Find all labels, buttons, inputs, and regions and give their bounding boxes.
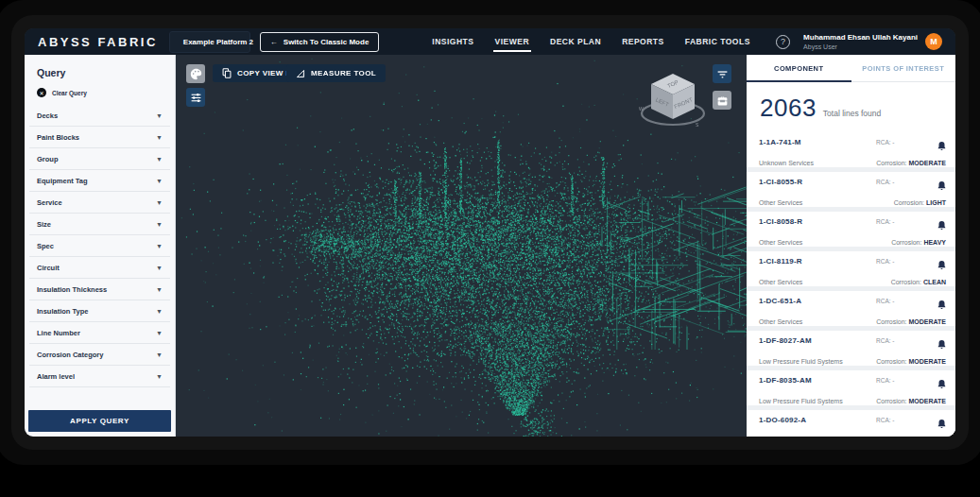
filter-insulation-thickness[interactable]: Insulation Thickness▼ bbox=[29, 279, 170, 300]
query-sidebar: Query ✕ Clear Query Decks▼Paint Blocks▼G… bbox=[25, 55, 176, 437]
component-id: 1-CI-8055-R bbox=[759, 178, 876, 186]
desktop-background: ABYSS FABRIC Example Platform 2 ← Switch… bbox=[0, 0, 980, 497]
filter-insulation-type[interactable]: Insulation Type▼ bbox=[29, 300, 170, 322]
component-rca: RCA: - bbox=[876, 336, 935, 344]
component-list-item[interactable]: 1-CI-8119-R RCA: - Other Services Corros… bbox=[747, 251, 955, 286]
filter-decks[interactable]: Decks▼ bbox=[29, 105, 170, 127]
clear-icon: ✕ bbox=[37, 88, 46, 97]
filter-label: Spec bbox=[37, 242, 54, 250]
filter-alarm-level[interactable]: Alarm level▼ bbox=[29, 366, 170, 387]
filter-label: Size bbox=[37, 220, 51, 229]
alarm-bell-icon bbox=[935, 217, 946, 234]
component-id: 1-DC-651-A bbox=[759, 297, 876, 305]
alarm-bell-icon bbox=[935, 416, 946, 433]
component-list-item[interactable]: 1-DF-8035-AM RCA: - Low Pressure Fluid S… bbox=[747, 370, 955, 405]
ring-label-south: S bbox=[696, 122, 699, 128]
clear-query-button[interactable]: ✕ Clear Query bbox=[25, 78, 175, 105]
filter-spec[interactable]: Spec▼ bbox=[29, 235, 170, 257]
toolbox-button[interactable] bbox=[713, 91, 731, 110]
nav-reports[interactable]: REPORTS bbox=[622, 28, 664, 55]
filter-label: Corrosion Category bbox=[37, 351, 103, 359]
total-lines-count: 2063 bbox=[760, 94, 817, 123]
filter-label: Insulation Type bbox=[37, 307, 88, 316]
chevron-down-icon: ▼ bbox=[156, 243, 163, 249]
platform-selector[interactable]: Example Platform 2 bbox=[169, 31, 250, 53]
tab-component[interactable]: COMPONENT bbox=[747, 55, 851, 81]
filter-service[interactable]: Service▼ bbox=[29, 192, 170, 214]
tab-points-of-interest[interactable]: POINTS OF INTEREST bbox=[851, 55, 956, 81]
nav-insights[interactable]: INSIGHTS bbox=[432, 28, 473, 55]
chevron-down-icon: ▼ bbox=[156, 221, 163, 228]
color-palette-button[interactable] bbox=[186, 64, 205, 83]
component-corrosion: Corrosion: MODERATE bbox=[876, 160, 946, 166]
component-corrosion: Corrosion: MODERATE bbox=[876, 318, 946, 325]
query-filter-list: Decks▼Paint Blocks▼Group▼Equipment Tag▼S… bbox=[25, 105, 175, 387]
panel-tabs: COMPONENTPOINTS OF INTEREST bbox=[747, 55, 955, 82]
component-corrosion: Corrosion: HEAVY bbox=[891, 239, 946, 246]
nav-fabric-tools[interactable]: FABRIC TOOLS bbox=[685, 28, 750, 55]
component-list: 1-1A-741-M RCA: - Unknown Services Corro… bbox=[747, 132, 955, 437]
nav-viewer[interactable]: VIEWER bbox=[495, 28, 530, 55]
alarm-bell-icon bbox=[935, 257, 946, 274]
component-list-item[interactable]: 1-DF-8027-AM RCA: - Low Pressure Fluid S… bbox=[747, 331, 955, 366]
alarm-bell-icon bbox=[935, 297, 946, 314]
help-icon[interactable]: ? bbox=[776, 35, 790, 49]
filter-label: Equipment Tag bbox=[37, 177, 88, 185]
chevron-down-icon: ▼ bbox=[156, 351, 163, 358]
total-lines-caption: Total lines found bbox=[823, 109, 881, 118]
filter-label: Alarm level bbox=[37, 372, 75, 381]
filter-corrosion-category[interactable]: Corrosion Category▼ bbox=[29, 344, 170, 366]
component-list-item[interactable]: 1-CI-8058-R RCA: - Other Services Corros… bbox=[747, 212, 955, 247]
apply-query-button[interactable]: APPLY QUERY bbox=[28, 410, 171, 432]
component-list-item[interactable]: 1-1A-741-M RCA: - Unknown Services Corro… bbox=[747, 132, 955, 167]
component-rca: RCA: - bbox=[876, 178, 935, 185]
filter-equipment-tag[interactable]: Equipment Tag▼ bbox=[29, 170, 170, 192]
filter-circuit[interactable]: Circuit▼ bbox=[29, 257, 170, 279]
component-rca: RCA: - bbox=[876, 416, 935, 423]
avatar[interactable]: M bbox=[925, 33, 942, 50]
switch-classic-mode-button[interactable]: ← Switch To Classic Mode bbox=[260, 32, 380, 52]
filter-group[interactable]: Group▼ bbox=[29, 148, 170, 170]
tune-sliders-icon bbox=[190, 92, 202, 104]
component-list-item[interactable]: 1-DO-6092-A RCA: - Other Services Corros… bbox=[747, 410, 955, 437]
component-service: Other Services bbox=[759, 239, 891, 246]
component-id: 1-1A-741-M bbox=[759, 138, 876, 146]
filter-line-number[interactable]: Line Number▼ bbox=[29, 322, 170, 344]
measure-tool-label: MEASURE TOOL bbox=[311, 69, 376, 77]
chevron-down-icon: ▼ bbox=[156, 373, 163, 380]
alarm-bell-icon bbox=[935, 138, 946, 155]
component-list-item[interactable]: 1-DC-651-A RCA: - Other Services Corrosi… bbox=[747, 291, 955, 326]
navigation-cube[interactable]: W S TOP LEFT FRONT bbox=[637, 66, 709, 134]
query-panel-title: Query bbox=[25, 55, 175, 78]
filter-button[interactable] bbox=[713, 64, 731, 83]
component-rca: RCA: - bbox=[876, 138, 935, 146]
switch-classic-mode-label: Switch To Classic Mode bbox=[284, 38, 370, 46]
filter-paint-blocks[interactable]: Paint Blocks▼ bbox=[29, 127, 170, 148]
copy-icon bbox=[222, 68, 232, 78]
filter-size[interactable]: Size▼ bbox=[29, 214, 170, 235]
measure-tool-button[interactable]: MEASURE TOOL bbox=[286, 64, 386, 82]
back-arrow-icon: ← bbox=[270, 38, 278, 46]
palette-icon bbox=[190, 68, 202, 80]
alarm-bell-icon bbox=[935, 336, 946, 353]
filter-list-icon bbox=[716, 68, 729, 80]
component-service: Low Pressure Fluid Systems bbox=[759, 358, 876, 365]
component-id: 1-DO-6092-A bbox=[759, 416, 876, 424]
component-rca: RCA: - bbox=[876, 257, 935, 265]
app-window: ABYSS FABRIC Example Platform 2 ← Switch… bbox=[25, 28, 955, 437]
nav-deck-plan[interactable]: DECK PLAN bbox=[550, 28, 601, 55]
component-id: 1-CI-8058-R bbox=[759, 217, 876, 226]
user-info: Muhammad Ehsan Ullah Kayani Abyss User bbox=[803, 33, 918, 51]
viewer-3d: COPY VIEW LINK MEASURE TOOL bbox=[176, 55, 747, 437]
component-corrosion: Corrosion: CLEAN bbox=[891, 279, 946, 285]
user-role: Abyss User bbox=[803, 43, 918, 51]
component-list-item[interactable]: 1-CI-8055-R RCA: - Other Services Corros… bbox=[747, 172, 955, 207]
component-id: 1-DF-8027-AM bbox=[759, 336, 876, 345]
top-bar: ABYSS FABRIC Example Platform 2 ← Switch… bbox=[25, 28, 955, 55]
component-id: 1-DF-8035-AM bbox=[759, 376, 876, 385]
filter-label: Service bbox=[37, 198, 62, 207]
chevron-down-icon: ▼ bbox=[156, 156, 163, 163]
primary-nav: INSIGHTSVIEWERDECK PLANREPORTSFABRIC TOO… bbox=[432, 28, 750, 55]
chevron-down-icon: ▼ bbox=[156, 178, 163, 184]
display-settings-button[interactable] bbox=[186, 88, 205, 107]
